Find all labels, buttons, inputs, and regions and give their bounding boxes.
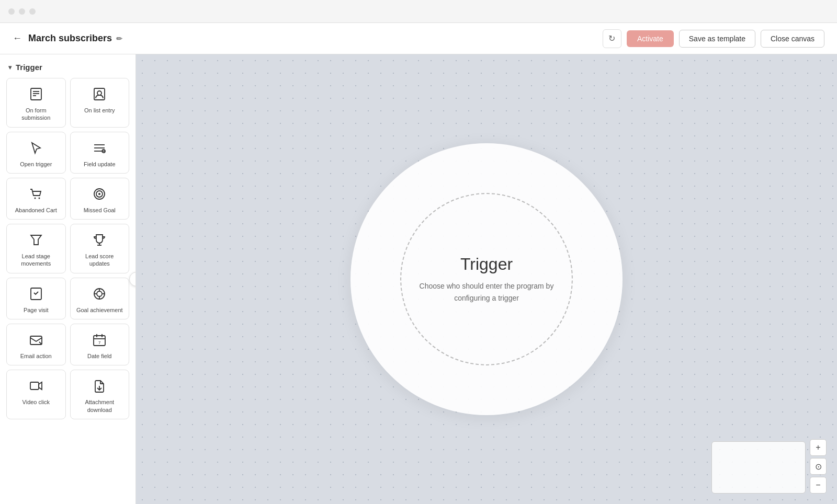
zoom-controls: + ⊙ − [810,439,827,494]
page-title: March subscribers ✏ [28,33,122,44]
trigger-label-field-update: Field update [84,161,116,168]
zoom-in-button[interactable]: + [810,439,827,456]
trigger-card-open-trigger[interactable]: Open trigger [6,132,66,174]
svg-point-21 [97,291,102,296]
refresh-icon: ↻ [608,33,615,43]
topbar-right: ↻ Activate Save as template Close canvas [603,29,824,48]
trigger-card-lead-score-updates[interactable]: Lead score updates [70,224,130,273]
back-button[interactable]: ← [13,33,22,44]
goal-icon [92,285,107,302]
trigger-label-missed-goal: Missed Goal [84,207,116,214]
trigger-card-email-action[interactable]: Email action [6,324,66,365]
trigger-circle-title: Trigger [460,255,513,274]
svg-point-11 [34,197,36,199]
traffic-light-maximize [29,8,36,15]
attachment-icon [92,377,107,394]
svg-point-5 [97,91,101,95]
email-icon [29,331,43,348]
main-layout: ▾ Trigger On form submission [0,54,837,504]
trigger-card-attachment-download[interactable]: Attachment download [70,370,130,419]
svg-point-12 [38,197,40,199]
zoom-reset-button[interactable]: ⊙ [810,458,827,475]
sidebar: ▾ Trigger On form submission [0,54,136,504]
close-canvas-button[interactable]: Close canvas [761,30,824,48]
trigger-card-date-field[interactable]: 7 Date field [70,324,130,365]
trigger-label-page-visit: Page visit [24,306,49,314]
video-icon [29,377,43,394]
trigger-label-video-click: Video click [22,398,50,406]
activate-button[interactable]: Activate [627,30,674,47]
trigger-label-date-field: Date field [87,352,111,360]
trigger-grid: On form submission On list entry [0,78,135,426]
sidebar-section-label: Trigger [16,63,42,72]
trigger-label-abandoned-cart: Abandoned Cart [15,207,57,214]
traffic-lights [8,8,36,15]
trigger-label-lead-score-updates: Lead score updates [76,253,124,268]
page-title-text: March subscribers [28,33,112,44]
form-icon [29,86,43,102]
trigger-label-on-form-submission: On form submission [12,107,60,122]
refresh-button[interactable]: ↻ [603,29,621,48]
titlebar [0,0,837,23]
topbar: ← March subscribers ✏ ↻ Activate Save as… [0,23,837,54]
trigger-card-missed-goal[interactable]: Missed Goal [70,178,130,220]
cursor-icon [29,140,43,156]
trophy-icon [92,232,107,248]
trigger-circle-desc: Choose who should enter the program by c… [417,280,556,304]
trigger-circle-outer[interactable]: Trigger Choose who should enter the prog… [350,143,623,415]
svg-line-27 [39,342,41,344]
traffic-light-close [8,8,15,15]
traffic-light-minimize [19,8,25,15]
svg-rect-33 [30,382,39,390]
svg-point-15 [98,193,100,195]
trigger-card-on-list-entry[interactable]: On list entry [70,78,130,128]
svg-rect-0 [31,88,41,100]
minimap [711,441,806,494]
field-update-icon [92,140,107,156]
zoom-out-button[interactable]: − [810,477,827,494]
trigger-circle-inner: Trigger Choose who should enter the prog… [400,193,573,365]
trigger-label-open-trigger: Open trigger [20,161,52,168]
sidebar-header: ▾ Trigger [0,54,135,78]
trigger-label-email-action: Email action [20,352,52,360]
trigger-card-abandoned-cart[interactable]: Abandoned Cart [6,178,66,220]
cart-icon [29,186,43,202]
page-icon [29,285,43,302]
trigger-label-goal-achievement: Goal achievement [76,306,123,314]
funnel-icon [29,232,43,248]
trigger-card-page-visit[interactable]: Page visit [6,278,66,319]
person-icon [92,86,107,102]
svg-marker-16 [31,235,41,245]
canvas: Trigger Choose who should enter the prog… [136,54,837,504]
save-template-button[interactable]: Save as template [679,30,755,48]
trigger-card-goal-achievement[interactable]: Goal achievement [70,278,130,319]
edit-title-icon[interactable]: ✏ [116,35,122,43]
trigger-label-lead-stage-movements: Lead stage movements [12,253,60,268]
calendar-icon: 7 [92,331,107,348]
target-icon [92,186,107,202]
chevron-down-icon: ▾ [8,64,12,71]
trigger-label-attachment-download: Attachment download [76,398,124,414]
svg-text:7: 7 [98,340,101,345]
trigger-card-lead-stage-movements[interactable]: Lead stage movements [6,224,66,273]
trigger-card-field-update[interactable]: Field update [70,132,130,174]
trigger-card-on-form-submission[interactable]: On form submission [6,78,66,128]
trigger-card-video-click[interactable]: Video click [6,370,66,419]
trigger-label-on-list-entry: On list entry [84,107,115,114]
